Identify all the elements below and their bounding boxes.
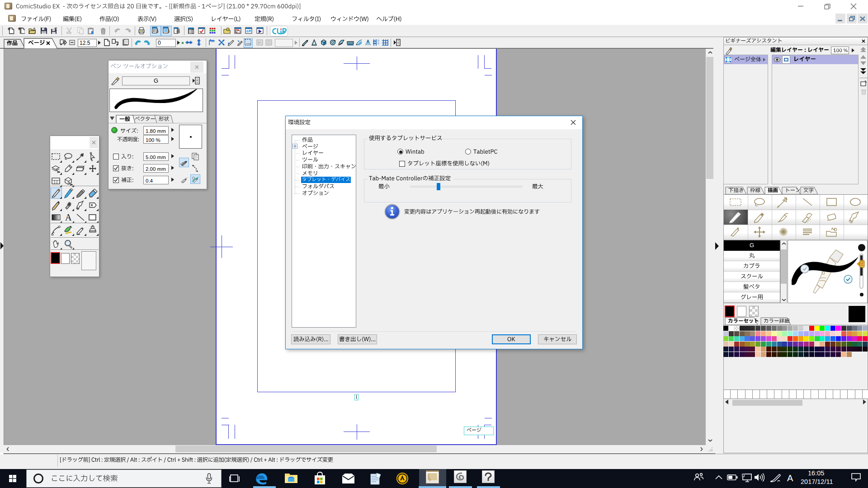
svg-text:A: A bbox=[65, 212, 72, 222]
